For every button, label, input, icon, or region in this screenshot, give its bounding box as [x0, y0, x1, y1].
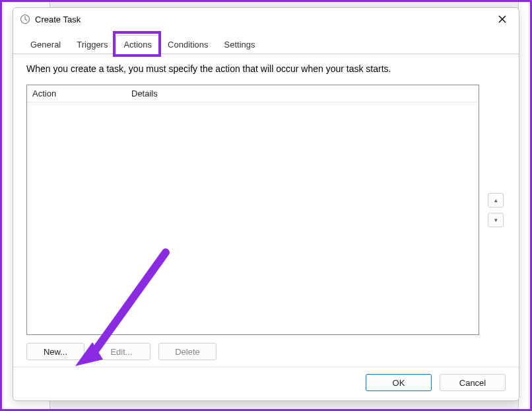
close-button[interactable]: [492, 11, 512, 27]
tab-general[interactable]: General: [22, 35, 69, 54]
ok-button[interactable]: OK: [366, 374, 432, 391]
tab-conditions[interactable]: Conditions: [160, 35, 216, 54]
column-details[interactable]: Details: [126, 89, 479, 98]
tab-triggers[interactable]: Triggers: [69, 35, 116, 54]
action-buttons-row: New... Edit... Delete: [26, 343, 506, 360]
move-up-button[interactable]: ▴: [488, 193, 504, 207]
create-task-dialog: Create Task General Triggers Actions Con…: [13, 7, 519, 401]
listview-headers: Action Details: [27, 85, 479, 102]
tab-content: When you create a task, you must specify…: [13, 54, 519, 367]
background-strip-right: [518, 2, 528, 409]
listview-body[interactable]: [27, 102, 479, 334]
description-text: When you create a task, you must specify…: [26, 63, 506, 74]
column-action[interactable]: Action: [27, 89, 126, 98]
window-title: Create Task: [35, 15, 492, 24]
svg-line-2: [25, 19, 27, 20]
new-button[interactable]: New...: [26, 343, 84, 360]
dialog-footer: OK Cancel: [13, 367, 519, 400]
middle-row: Action Details ▴ ▾: [26, 85, 506, 335]
cancel-button[interactable]: Cancel: [440, 374, 506, 391]
move-buttons: ▴ ▾: [486, 85, 506, 335]
edit-button[interactable]: Edit...: [92, 343, 150, 360]
tab-settings[interactable]: Settings: [216, 35, 263, 54]
titlebar: Create Task: [13, 8, 519, 30]
actions-listview[interactable]: Action Details: [26, 85, 479, 335]
tab-actions[interactable]: Actions: [116, 35, 160, 54]
delete-button[interactable]: Delete: [158, 343, 216, 360]
task-scheduler-icon: [20, 14, 30, 24]
tabstrip: General Triggers Actions Conditions Sett…: [13, 30, 519, 54]
move-down-button[interactable]: ▾: [488, 213, 504, 227]
